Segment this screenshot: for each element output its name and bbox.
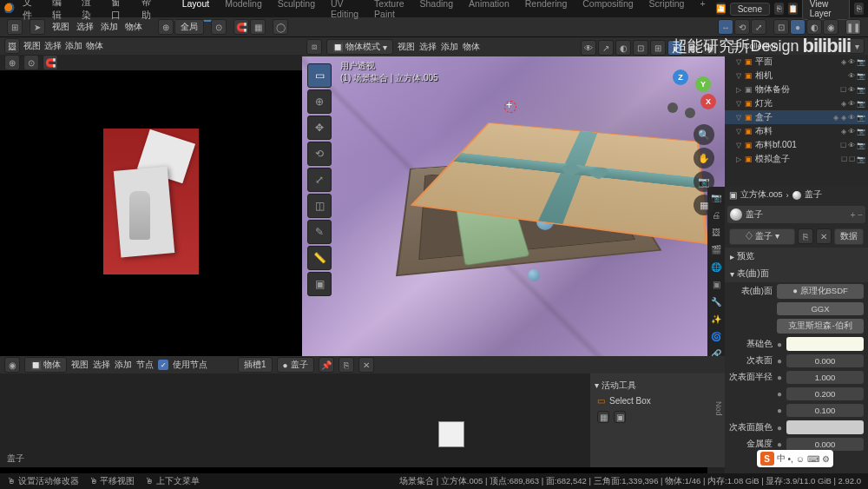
- menu-view2[interactable]: 视图: [52, 21, 69, 33]
- filter-icon[interactable]: ▾: [849, 38, 865, 54]
- node-editor-canvas[interactable]: ▾ 活动工具 ▭Select Box ▦▣ Nod 盖子: [0, 373, 725, 467]
- vp-wire-icon[interactable]: ⊞: [650, 40, 666, 56]
- ne-menu-node[interactable]: 节点: [136, 359, 154, 371]
- ne-menu-select[interactable]: 选择: [93, 359, 110, 371]
- property-row[interactable]: ●0.100: [725, 402, 868, 419]
- preview-header[interactable]: ▸ 预览: [725, 248, 868, 265]
- tool-select-box[interactable]: ▭: [307, 63, 332, 88]
- editor-type-icon[interactable]: ⊞: [7, 19, 23, 35]
- vp-visibility-icon[interactable]: 👁: [581, 40, 596, 56]
- outliner-item[interactable]: ▽▣布料◈ 👁 📷: [725, 124, 868, 138]
- vp-editor-icon[interactable]: ⧇: [306, 39, 322, 55]
- vp-gizmo-icon[interactable]: ↗: [598, 40, 614, 56]
- nav-pan-icon[interactable]: ✋: [694, 148, 714, 169]
- ptab-viewlayer-icon[interactable]: 🖼: [708, 224, 724, 240]
- img-menu-object[interactable]: 物体: [86, 40, 103, 52]
- gizmo-rotate-icon[interactable]: ⟲: [734, 19, 750, 35]
- mat-new-icon[interactable]: ⎘: [798, 228, 813, 244]
- material-browse[interactable]: ♢ 盖子 ▾: [729, 228, 795, 245]
- distribution-select[interactable]: GGX: [777, 302, 864, 315]
- ime-icon[interactable]: S: [760, 452, 774, 466]
- sss-method-select[interactable]: 克里斯坦森-伯利: [777, 319, 864, 334]
- tool-options[interactable]: ▦▣: [595, 408, 720, 426]
- mode-selector[interactable]: 🔲 物体模式 ▾: [326, 39, 393, 55]
- shading-solid-icon[interactable]: ●: [790, 19, 806, 35]
- outliner-item[interactable]: ▽▣相机👁 📷: [725, 69, 868, 83]
- mat-del-icon[interactable]: ✕: [816, 228, 832, 244]
- orientation-icon[interactable]: ⊕: [158, 19, 174, 35]
- scene-new-icon[interactable]: ⎘: [774, 3, 784, 15]
- vp-overlay-icon[interactable]: ◐: [615, 40, 631, 56]
- ptab-scene-icon[interactable]: 🎬: [708, 241, 724, 257]
- shading-rendered-icon[interactable]: ◉: [823, 19, 838, 35]
- shading-matprev-icon[interactable]: ◐: [806, 19, 822, 35]
- ne-new-icon[interactable]: ⎘: [339, 357, 354, 373]
- gizmo-translate-icon[interactable]: ↔: [718, 19, 733, 35]
- surface-header[interactable]: ▾ 表(曲)面: [725, 265, 868, 282]
- property-row[interactable]: ●0.200: [725, 386, 868, 402]
- slot-selector[interactable]: 插槽1: [238, 357, 273, 373]
- outliner-item[interactable]: ▷▣物体备份☐ 👁 📷: [725, 83, 868, 96]
- nav-camera-icon[interactable]: 📷: [694, 171, 714, 192]
- material-slot[interactable]: 盖子 + −: [727, 206, 865, 223]
- tool-annotate[interactable]: ✎: [307, 220, 332, 244]
- vp-menu-select[interactable]: 选择: [419, 41, 437, 53]
- tab-scripting[interactable]: Scripting: [641, 0, 693, 22]
- axis-x-icon[interactable]: X: [700, 94, 716, 109]
- ne-pin-icon[interactable]: 📌: [319, 357, 334, 373]
- tool-scale[interactable]: ⤢: [307, 168, 332, 192]
- tool-transform[interactable]: ◫: [307, 194, 332, 218]
- shader-node[interactable]: [438, 421, 464, 447]
- img-tool1-icon[interactable]: ⊕: [4, 55, 20, 70]
- ptab-world-icon[interactable]: 🌐: [708, 259, 724, 274]
- snap-icon[interactable]: 🧲: [233, 19, 249, 35]
- viewlayer-selector[interactable]: View Layer: [802, 0, 851, 20]
- property-row[interactable]: 次表面颜色●: [725, 419, 868, 436]
- vp-xray-icon[interactable]: ⊡: [633, 40, 648, 56]
- vp-menu-add[interactable]: 添加: [441, 41, 458, 53]
- tab-compositing[interactable]: Compositing: [575, 0, 641, 22]
- pivot-icon[interactable]: ⊙: [211, 19, 227, 35]
- img-tool2-icon[interactable]: ⊙: [23, 55, 39, 70]
- img-menu-add[interactable]: 添加: [65, 40, 82, 52]
- tool-cursor[interactable]: ⊕: [307, 89, 332, 114]
- proportional-icon[interactable]: ◯: [273, 19, 288, 35]
- shading-wire-icon[interactable]: ⊡: [773, 19, 789, 35]
- outliner-item[interactable]: ▷▣模拟盒子☐ ☐ 📷: [725, 152, 868, 166]
- outliner-item[interactable]: ▽▣盒子◈ ◈ 👁 📷: [725, 110, 868, 124]
- material-link-data[interactable]: 数据: [834, 228, 864, 245]
- menu-render[interactable]: 渲染: [76, 0, 103, 23]
- menu-window[interactable]: 窗口: [106, 0, 133, 23]
- 3d-viewport[interactable]: ⧇ 🔲 物体模式 ▾ 视图 选择 添加 物体 👁 ↗ ◐ ⊡ ⊞ ● ◐ ◉ ▭…: [302, 37, 725, 356]
- tab-animation[interactable]: Animation: [461, 0, 517, 22]
- tab-add[interactable]: +: [692, 0, 713, 22]
- axis-z-icon[interactable]: Z: [673, 69, 688, 85]
- ne-material-selector[interactable]: ● 盖子: [277, 357, 314, 373]
- ptab-modifier-icon[interactable]: 🔧: [708, 294, 724, 309]
- vp-menu-object[interactable]: 物体: [463, 41, 480, 53]
- tool-move[interactable]: ✥: [307, 116, 332, 140]
- tool-selectbox[interactable]: ▭Select Box: [595, 393, 720, 408]
- ime-set[interactable]: ⚙: [822, 454, 830, 464]
- pause-icon[interactable]: ❚❚: [845, 19, 861, 35]
- property-row[interactable]: 次表面●0.000: [725, 353, 868, 369]
- property-row[interactable]: 基础色●: [725, 335, 868, 353]
- use-nodes-checkbox[interactable]: ✓: [158, 360, 168, 370]
- ne-close-icon[interactable]: ✕: [358, 357, 374, 373]
- ne-menu-add[interactable]: 添加: [115, 359, 132, 371]
- tool-rotate[interactable]: ⟲: [307, 142, 332, 166]
- tool-addcube[interactable]: ▣: [307, 272, 332, 296]
- ime-emoji[interactable]: ☺: [796, 454, 805, 464]
- outliner-item[interactable]: ▽▣布料bf.001☐ 👁 📷: [725, 138, 868, 152]
- orientation-dropdown[interactable]: 全局: [174, 19, 204, 35]
- nav-gizmo[interactable]: Z Y X: [666, 68, 718, 120]
- ne-menu-view[interactable]: 视图: [71, 359, 89, 371]
- img-tool3-icon[interactable]: 🧲: [43, 55, 58, 70]
- tab-uvediting[interactable]: UV Editing: [323, 0, 366, 22]
- scene-browse-icon[interactable]: 🎦: [716, 3, 726, 15]
- menu-select2[interactable]: 选择: [76, 21, 94, 33]
- ime-lang[interactable]: 中: [777, 453, 786, 465]
- viewlayer-icon[interactable]: 📋: [788, 3, 798, 15]
- img-menu-select[interactable]: 选择: [44, 40, 62, 52]
- 3d-scene[interactable]: [302, 56, 725, 356]
